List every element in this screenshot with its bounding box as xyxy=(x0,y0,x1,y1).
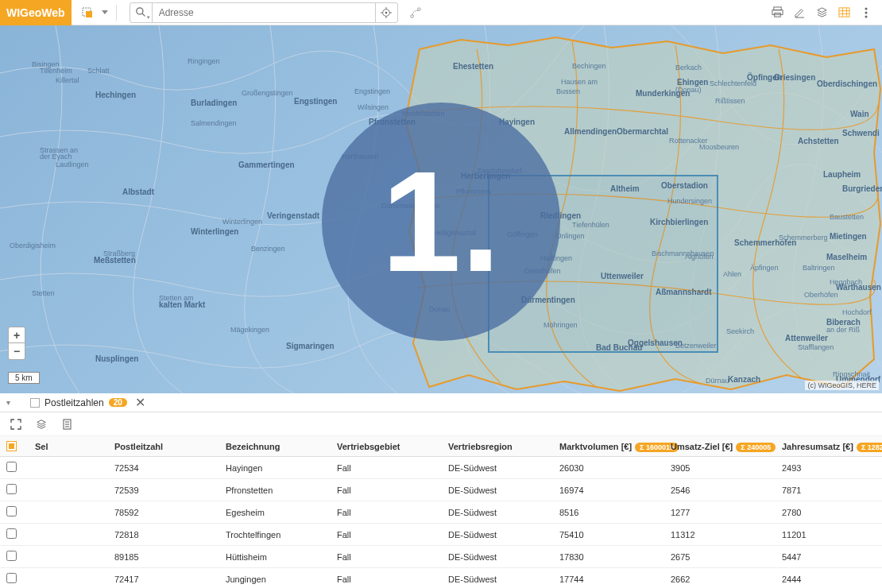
zoom-in-button[interactable]: + xyxy=(9,327,25,343)
table-row[interactable]: 78592EgesheimFallDE-Südwest851612772780 xyxy=(0,501,882,524)
map-place-label: Winterlingen xyxy=(222,218,262,226)
map-place-label: Dürnau xyxy=(706,377,729,385)
map-place-label: Unteressendorf xyxy=(520,393,569,393)
map-place-label: Stetten xyxy=(32,289,55,297)
cell-jahr: 11201 xyxy=(776,524,882,546)
panel-toolbar xyxy=(0,412,882,436)
cell-sel xyxy=(29,568,108,589)
cell-plz: 72534 xyxy=(108,457,219,479)
map-place-label: Möhringen xyxy=(544,321,578,329)
col-gebiet[interactable]: Vertriebsgebiet xyxy=(331,436,442,457)
table-row[interactable]: 89185HüttisheimFallDE-Südwest17830267554… xyxy=(0,546,882,568)
col-jahr[interactable]: Jahresumsatz [€]Σ 128260 xyxy=(776,436,882,457)
layers-button[interactable] xyxy=(812,3,831,22)
select-all-checkbox xyxy=(6,441,17,451)
svg-point-5 xyxy=(385,11,388,14)
map-place-label: Mietingen xyxy=(830,232,867,241)
table-row[interactable]: 72818TrochtelfingenFallDE-Südwest7541011… xyxy=(0,524,882,546)
export-button[interactable] xyxy=(57,415,76,434)
map-place-label: Seekirch xyxy=(726,327,754,335)
map-place-label: Winterlingen xyxy=(191,227,238,236)
col-sel[interactable]: Sel xyxy=(29,436,108,457)
cell-gebiet: Fall xyxy=(331,479,442,501)
col-markt[interactable]: Marktvolumen [€]Σ 1600019 xyxy=(553,436,664,457)
route-button[interactable] xyxy=(406,3,425,22)
map-place-label: Lautlingen xyxy=(56,161,89,168)
tab-label: Postleitzahlen xyxy=(44,397,104,408)
map-place-label: Albstadt xyxy=(122,188,154,196)
map-place-label: Schlatt xyxy=(87,67,110,75)
search-mode-button[interactable]: ▾ xyxy=(130,3,153,22)
map-place-label: Benzingen xyxy=(251,245,285,253)
row-checkbox[interactable] xyxy=(6,506,17,516)
table-toggle-button[interactable] xyxy=(834,3,853,22)
col-plz[interactable]: Postleitzahl xyxy=(108,436,219,457)
row-checkbox[interactable] xyxy=(6,573,17,583)
map-place-label: Oberdischingen xyxy=(817,79,877,88)
map-place-label: Aighöfen xyxy=(685,253,714,261)
panel-layers-button[interactable] xyxy=(32,415,51,434)
col-region[interactable]: Vertriebsregion xyxy=(442,436,553,457)
cell-bez: Jungingen xyxy=(219,568,331,589)
map-place-label: an der Riß xyxy=(826,326,860,334)
map-place-label: Kirchbierlingen xyxy=(650,218,708,226)
cell-region: DE-Südwest xyxy=(442,501,553,524)
map-place-label: Griesingen xyxy=(774,73,815,82)
expand-button[interactable] xyxy=(6,415,25,434)
tab-close-button[interactable]: ✕ xyxy=(135,395,145,410)
select-tool-button[interactable] xyxy=(78,3,97,22)
svg-rect-16 xyxy=(838,8,849,17)
select-tool-caret[interactable] xyxy=(100,3,110,22)
map-place-label: Hausen am xyxy=(561,78,598,86)
map-place-label: Hundersingen xyxy=(667,197,712,205)
edit-button[interactable] xyxy=(790,3,809,22)
toolbar-right xyxy=(768,3,882,22)
row-checkbox[interactable] xyxy=(6,462,17,472)
map-place-label: Tillenheim xyxy=(40,67,72,75)
row-checkbox[interactable] xyxy=(6,551,17,561)
search-input[interactable] xyxy=(153,7,375,18)
map-place-label: Wain xyxy=(850,110,869,118)
map-place-label: Engstingen xyxy=(294,97,337,106)
col-ziel[interactable]: Umsatz-Ziel [€]Σ 240005 xyxy=(664,436,776,457)
map-place-label: Oggelshausen xyxy=(628,338,683,347)
table-header-row: Sel Postleitzahl Bezeichnung Vertriebsge… xyxy=(0,436,882,457)
print-button[interactable] xyxy=(768,3,787,22)
panel-tabs: ▾ Postleitzahlen 20 ✕ xyxy=(0,393,882,412)
more-menu-button[interactable] xyxy=(857,3,876,22)
map-place-label: Baltringen xyxy=(803,264,835,272)
cell-region: DE-Südwest xyxy=(442,479,553,501)
cell-bez: Pfronstetten xyxy=(219,479,331,501)
cell-markt: 8516 xyxy=(553,501,664,524)
cell-plz: 78592 xyxy=(108,501,219,524)
row-checkbox[interactable] xyxy=(6,528,17,539)
cell-gebiet: Fall xyxy=(331,457,442,479)
map-place-label: Heggbach xyxy=(830,278,862,286)
toolbar-left: ▾ xyxy=(72,2,431,23)
table-row[interactable]: 72539PfronstettenFallDE-Südwest169742546… xyxy=(0,479,882,501)
cell-ziel: 3905 xyxy=(664,457,776,479)
map-place-label: Großengstingen xyxy=(242,89,293,97)
tab-postleitzahlen[interactable]: Postleitzahlen 20 ✕ xyxy=(25,393,150,412)
map-place-label: Gammertingen xyxy=(238,161,295,169)
map-canvas[interactable]: BisingenTillenheimRingingenKillertalSchl… xyxy=(0,25,882,393)
cell-plz: 72417 xyxy=(108,568,219,589)
cell-markt: 75410 xyxy=(553,524,664,546)
col-bez[interactable]: Bezeichnung xyxy=(219,436,331,457)
zoom-out-button[interactable]: − xyxy=(9,343,25,359)
map-place-label: Rißtissen xyxy=(715,97,745,105)
table-row[interactable]: 72534HayingenFallDE-Südwest2603039052493 xyxy=(0,457,882,479)
cell-gebiet: Fall xyxy=(331,568,442,589)
panel-collapse-button[interactable]: ▾ xyxy=(6,398,19,407)
row-checkbox[interactable] xyxy=(6,484,17,494)
map-place-label: Sigmaringen xyxy=(286,342,335,350)
table-row[interactable]: 72417JungingenFallDE-Südwest177442662244… xyxy=(0,568,882,589)
locate-button[interactable] xyxy=(375,3,397,22)
cell-sel xyxy=(29,479,108,501)
col-check[interactable] xyxy=(0,436,29,457)
data-table: Sel Postleitzahl Bezeichnung Vertriebsge… xyxy=(0,436,882,588)
map-place-label: Tiefenhülen xyxy=(572,221,609,229)
tab-checkbox[interactable] xyxy=(30,398,40,408)
map-place-label: Achstetten xyxy=(798,137,839,145)
map-place-label: Hochdorf xyxy=(842,308,872,316)
